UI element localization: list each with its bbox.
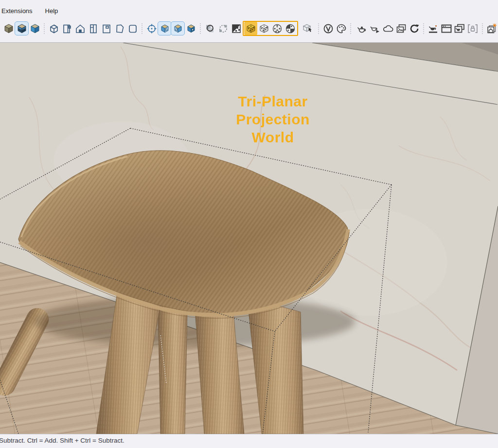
- menu-extensions[interactable]: Extensions: [1, 7, 33, 17]
- checker-cube-icon[interactable]: [257, 22, 270, 35]
- menu-help[interactable]: Help: [45, 7, 58, 17]
- teapot-icon[interactable]: [355, 22, 368, 35]
- vray-logo-icon[interactable]: [321, 22, 335, 35]
- outline-shape-icon[interactable]: [113, 22, 126, 35]
- sliced-cube-icon[interactable]: [15, 22, 28, 35]
- toolbar-group-solids: [2, 22, 41, 35]
- toolbar-group-vray: [321, 22, 421, 35]
- house-move-a-icon[interactable]: [158, 22, 171, 35]
- batch-render-icon[interactable]: [453, 22, 466, 35]
- house-cube-icon[interactable]: [184, 22, 197, 35]
- cloud-render-icon[interactable]: [381, 22, 394, 35]
- dashed-circle-icon[interactable]: [216, 22, 230, 35]
- toolbar-separator: [142, 23, 142, 34]
- status-message: Subtract. Ctrl = Add. Shift + Ctrl = Sub…: [0, 437, 124, 444]
- toolbar-group-components: [47, 22, 139, 35]
- checker-sphere-half-icon[interactable]: [284, 22, 297, 35]
- scene: [0, 43, 498, 434]
- frame-buffer-icon[interactable]: [440, 22, 453, 35]
- toolbar-group-projection: [243, 21, 298, 36]
- menu-bar: Extensions Help: [0, 0, 498, 17]
- palette-icon[interactable]: [335, 22, 348, 35]
- circle-squares-icon[interactable]: [203, 22, 216, 35]
- toolbar-group-extra: [485, 22, 498, 35]
- toolbar-separator: [482, 23, 483, 34]
- status-bar: Subtract. Ctrl = Add. Shift + Ctrl = Sub…: [0, 434, 498, 448]
- rounded-square-icon[interactable]: [126, 22, 139, 35]
- checker-split-icon[interactable]: [230, 22, 243, 35]
- lock-icon[interactable]: [466, 22, 479, 35]
- cabinet-icon[interactable]: [100, 22, 113, 35]
- pictures-icon[interactable]: [394, 22, 408, 35]
- toolbar-group-masking: [203, 22, 243, 35]
- toolbar-separator: [44, 23, 45, 34]
- render-teapot-icon[interactable]: [427, 22, 440, 35]
- toolbar-group-buffer: [427, 22, 479, 35]
- checker-sphere-icon[interactable]: [270, 22, 284, 35]
- solid-cube-icon[interactable]: [2, 22, 15, 35]
- crosshair-icon[interactable]: [145, 22, 158, 35]
- sun-frames-icon[interactable]: [485, 22, 498, 35]
- toolbar-separator: [318, 23, 319, 34]
- toolbar-group-placement: [145, 22, 197, 35]
- application-window: Extensions Help: [0, 0, 498, 448]
- toolbar-separator: [350, 23, 353, 34]
- toolbar-separator: [423, 23, 424, 34]
- cube-hand-icon[interactable]: [301, 22, 314, 35]
- checker-cube-yellow-icon[interactable]: [244, 22, 257, 35]
- house-icon[interactable]: [73, 22, 87, 35]
- door-panel-icon[interactable]: [60, 22, 73, 35]
- toolbar-separator: [200, 23, 201, 34]
- tall-window-icon[interactable]: [87, 22, 100, 35]
- teapot-render-icon[interactable]: [368, 22, 381, 35]
- viewport-3d[interactable]: Tri-Planar Projection World: [0, 43, 498, 434]
- toolbar: [0, 17, 498, 43]
- corner-cube-icon[interactable]: [28, 22, 41, 35]
- refresh-icon[interactable]: [408, 22, 421, 35]
- toolbar-group-pick: [301, 22, 314, 35]
- house-move-b-icon[interactable]: [171, 22, 184, 35]
- open-box-icon[interactable]: [47, 22, 60, 35]
